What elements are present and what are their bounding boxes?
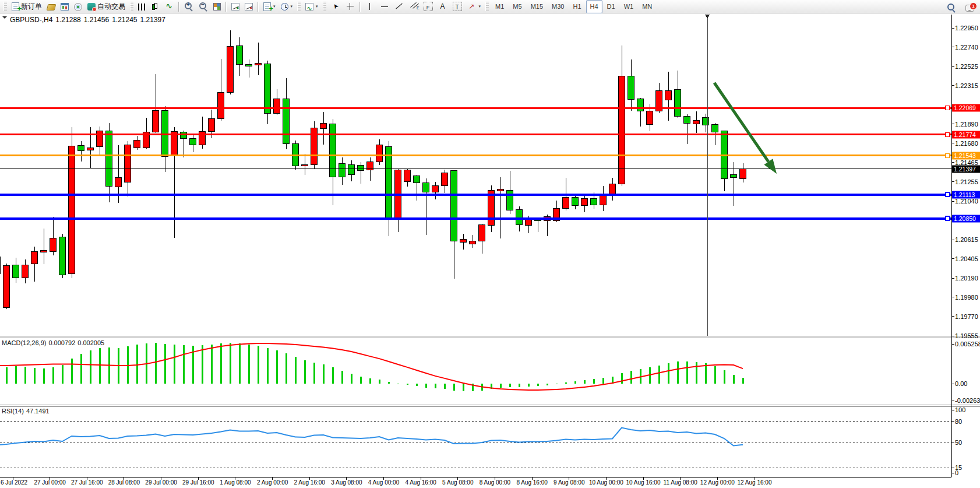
timeframe-button-mn[interactable]: MN bbox=[638, 0, 656, 13]
new-chart-button[interactable]: ▾ bbox=[261, 0, 278, 13]
timeframe-button-h4[interactable]: H4 bbox=[586, 0, 602, 13]
timeframe-button-d1[interactable]: D1 bbox=[603, 0, 619, 13]
price-panel[interactable] bbox=[0, 15, 951, 336]
crosshair-icon bbox=[346, 2, 355, 11]
timeframe-button-m1[interactable]: M1 bbox=[491, 0, 508, 13]
candle bbox=[134, 140, 140, 148]
macd-bar bbox=[705, 363, 707, 384]
search-button[interactable] bbox=[944, 1, 958, 14]
toolbar-grip[interactable] bbox=[297, 2, 301, 11]
rsi-panel[interactable] bbox=[0, 422, 951, 468]
candle bbox=[199, 132, 206, 145]
toolbar-grip[interactable] bbox=[3, 2, 7, 11]
zoom-in-button[interactable]: + bbox=[182, 0, 196, 13]
macd-bar bbox=[285, 353, 287, 384]
candle bbox=[190, 139, 196, 145]
candle bbox=[348, 164, 355, 175]
macd-bar bbox=[276, 350, 278, 384]
macd-panel[interactable] bbox=[0, 343, 744, 391]
candle bbox=[302, 164, 308, 166]
macd-bar bbox=[34, 368, 36, 384]
horizontal-line-button[interactable] bbox=[378, 0, 392, 13]
candle bbox=[376, 145, 383, 162]
macd-bar bbox=[369, 378, 371, 384]
macd-bar bbox=[323, 364, 325, 384]
candle bbox=[684, 117, 690, 124]
candle bbox=[479, 225, 485, 241]
chat-button[interactable]: 1 bbox=[963, 1, 977, 14]
candle bbox=[516, 210, 523, 225]
toolbar-separator bbox=[178, 2, 179, 12]
timeframe-button-m30[interactable]: M30 bbox=[548, 0, 568, 13]
cursor-button[interactable] bbox=[329, 0, 343, 13]
periods-button[interactable]: ▾ bbox=[279, 0, 295, 13]
notification-badge: 1 bbox=[970, 2, 977, 10]
line-chart-icon bbox=[164, 2, 174, 11]
equidistant-channel-button[interactable] bbox=[407, 0, 421, 13]
toolbar-grip[interactable] bbox=[485, 2, 489, 11]
text-button[interactable] bbox=[436, 0, 450, 13]
line-chart-button[interactable] bbox=[162, 0, 176, 13]
candle bbox=[237, 45, 243, 65]
chevron-down-icon: ▾ bbox=[479, 4, 481, 9]
macd-bar bbox=[202, 345, 203, 384]
candle bbox=[432, 186, 439, 192]
macd-bar bbox=[435, 384, 436, 388]
toolbar-grip[interactable] bbox=[323, 2, 326, 11]
candle bbox=[87, 148, 94, 150]
toolbar-grip[interactable] bbox=[130, 2, 133, 11]
candle bbox=[563, 198, 569, 209]
indicators-icon bbox=[305, 3, 313, 10]
candle bbox=[498, 189, 504, 191]
macd-bar bbox=[136, 345, 138, 384]
macd-bar bbox=[733, 375, 735, 384]
autotrading-button[interactable]: 自动交易 bbox=[85, 0, 128, 13]
candle bbox=[115, 177, 122, 187]
trendline-button[interactable] bbox=[392, 0, 406, 13]
candle bbox=[31, 252, 38, 264]
timeframe-button-m5[interactable]: M5 bbox=[509, 0, 526, 13]
auto-scroll-button[interactable] bbox=[229, 0, 242, 13]
tile-windows-button[interactable] bbox=[211, 0, 223, 13]
macd-bar bbox=[220, 343, 222, 384]
macd-bar bbox=[164, 344, 166, 384]
arrows-button[interactable]: ▾ bbox=[465, 0, 484, 13]
candle bbox=[647, 111, 653, 124]
fibonacci-button[interactable] bbox=[421, 0, 435, 13]
vertical-line-button[interactable] bbox=[363, 0, 377, 13]
candle bbox=[246, 64, 252, 66]
ohlc-high: 1.21456 bbox=[84, 16, 109, 24]
macd-bar bbox=[52, 367, 54, 384]
candle bbox=[339, 163, 346, 177]
candle bbox=[13, 265, 19, 278]
cursor-icon bbox=[331, 2, 340, 11]
candle bbox=[274, 99, 280, 114]
candle bbox=[591, 198, 597, 205]
navigator-button[interactable] bbox=[72, 0, 84, 13]
text-label-button[interactable] bbox=[450, 0, 464, 13]
crosshair-button[interactable] bbox=[343, 0, 357, 13]
macd-bar bbox=[463, 384, 464, 391]
chart-area[interactable] bbox=[0, 0, 980, 488]
bar-chart-button[interactable] bbox=[136, 0, 148, 13]
profiles-button[interactable] bbox=[45, 0, 58, 13]
candle bbox=[442, 173, 448, 186]
timeframe-button-w1[interactable]: W1 bbox=[620, 0, 638, 13]
candle bbox=[227, 46, 234, 92]
profiles-icon bbox=[47, 4, 57, 10]
zoom-in-icon: + bbox=[184, 2, 193, 11]
macd-bar bbox=[379, 380, 380, 384]
candle bbox=[581, 198, 588, 205]
chart-shift-button[interactable] bbox=[242, 0, 255, 13]
market-watch-button[interactable] bbox=[58, 0, 71, 13]
hline-anchor bbox=[946, 106, 950, 110]
candlestick-chart-button[interactable] bbox=[149, 0, 161, 13]
chart-title: GBPUSD-,H41.212881.214561.212451.21397 bbox=[2, 16, 168, 24]
timeframe-button-h1[interactable]: H1 bbox=[569, 0, 585, 13]
new-order-button[interactable]: 新订单 bbox=[9, 0, 44, 13]
zoom-out-button[interactable]: − bbox=[196, 0, 210, 13]
toolbar-separator bbox=[359, 2, 361, 12]
indicators-button[interactable]: ▾ bbox=[303, 0, 320, 13]
timeframe-button-m15[interactable]: M15 bbox=[527, 0, 547, 13]
chevron-down-icon: ▾ bbox=[316, 4, 318, 9]
